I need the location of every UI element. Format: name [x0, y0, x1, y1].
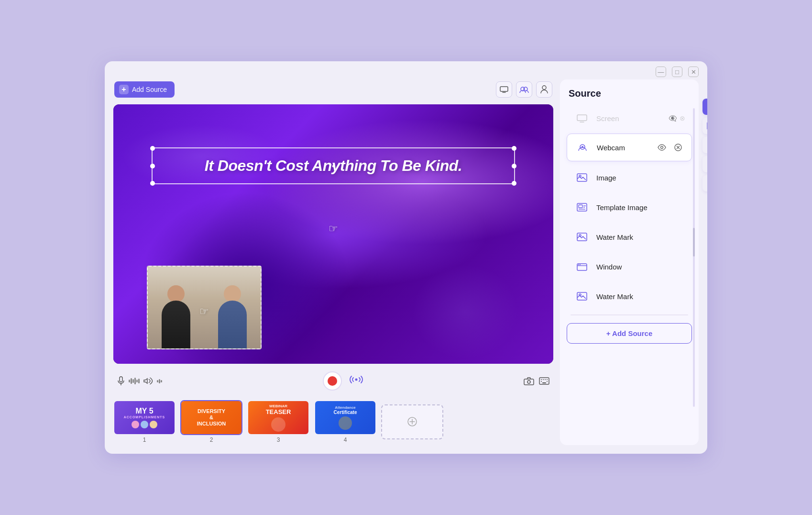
keyboard-icon[interactable] [539, 377, 549, 385]
plus-icon: + [119, 85, 129, 94]
slide-number-1: 1 [113, 437, 176, 443]
webcam-source-label: Webcam [597, 144, 649, 152]
handle-tr[interactable] [512, 146, 516, 151]
template-image-source-icon [573, 199, 591, 216]
minimize-button[interactable]: — [656, 67, 666, 77]
add-source-label: Add Source [132, 86, 167, 93]
slide-thumb-2: DIVERSITY&INCLUSION [180, 400, 242, 435]
webcam-source-icon [574, 139, 591, 156]
add-source-button[interactable]: + Add Source [114, 81, 175, 98]
webcam-source-actions [655, 141, 685, 154]
window-source-icon [573, 258, 591, 275]
scroll-thumb[interactable] [693, 228, 695, 257]
edge-tab-layers[interactable] [702, 99, 707, 115]
bottom-controls [113, 369, 553, 393]
webcam-inner [148, 267, 261, 348]
close-button[interactable]: ✕ [688, 67, 699, 77]
audio-waveform [129, 377, 140, 385]
slide-content-2: DIVERSITY&INCLUSION [181, 401, 241, 434]
screen-source-icon [573, 110, 591, 127]
svg-rect-16 [542, 382, 546, 383]
scroll-track [693, 108, 695, 407]
webcam-overlay[interactable]: ☞ [147, 266, 262, 349]
svg-rect-30 [579, 205, 582, 208]
toolbar: + Add Source [113, 79, 553, 100]
left-panel: + Add Source [113, 79, 553, 445]
source-item-webcam[interactable]: Webcam [567, 134, 692, 161]
handle-ml[interactable] [150, 164, 155, 168]
right-panel: Source Screen 👁‍🗨 ⊗ Webcam [560, 79, 699, 445]
slide-item-4[interactable]: Attendance Certificate 4 [314, 400, 376, 443]
right-controls [524, 377, 549, 385]
svg-rect-7 [524, 379, 534, 385]
text-overlay[interactable]: It Doesn't Cost Anything To Be Kind. [152, 147, 515, 184]
source-item-watermark-2[interactable]: Water Mark [567, 283, 692, 310]
edge-tab-grid[interactable] [702, 118, 707, 134]
group-view-button[interactable] [516, 81, 532, 98]
record-controls [168, 371, 518, 391]
slide-thumb-4: Attendance Certificate [314, 400, 376, 435]
speaker-icon[interactable] [143, 377, 153, 385]
slide-number-2: 2 [180, 437, 242, 443]
handle-tl[interactable] [150, 146, 155, 151]
svg-marker-5 [144, 379, 147, 383]
slide-content-1: MY 5 Accomplishments [114, 401, 175, 434]
screen-view-button[interactable] [496, 81, 512, 98]
template-image-source-label: Template Image [596, 203, 685, 212]
webcam-remove-button[interactable] [671, 141, 685, 154]
handle-bl[interactable] [150, 181, 155, 186]
record-button[interactable] [323, 371, 342, 391]
main-window: — □ ✕ + Add Source [105, 61, 707, 454]
speaker-waveform [157, 377, 162, 385]
watermark1-source-label: Water Mark [596, 233, 685, 241]
watermark1-source-icon [573, 228, 591, 246]
camera-icon[interactable] [524, 377, 534, 385]
slide-content-3: WEBINAR TEASER [248, 401, 308, 434]
handle-mr[interactable] [512, 164, 516, 168]
toolbar-icons [496, 81, 552, 98]
panel-divider [571, 314, 688, 315]
add-slide-button[interactable] [381, 404, 443, 439]
svg-point-39 [580, 264, 581, 265]
svg-point-38 [578, 264, 579, 265]
main-content: + Add Source [105, 79, 707, 454]
slide-content-4: Attendance Certificate [315, 401, 375, 434]
source-item-image[interactable]: Image [567, 164, 692, 191]
slides-strip: MY 5 Accomplishments 1 [113, 398, 553, 445]
record-dot [328, 376, 337, 386]
slide-number-3: 3 [247, 437, 309, 443]
svg-point-8 [527, 381, 530, 383]
microphone-icon[interactable] [117, 376, 125, 386]
handle-br[interactable] [512, 181, 516, 186]
slide-item-2[interactable]: DIVERSITY&INCLUSION 2 [180, 400, 242, 443]
slide-thumb-1: MY 5 Accomplishments [113, 400, 176, 435]
source-item-window[interactable]: Window [567, 253, 692, 280]
screen-source-label: Screen [596, 114, 663, 123]
edge-tab-text[interactable]: T [702, 156, 707, 172]
watermark2-source-icon [573, 288, 591, 305]
overlay-text: It Doesn't Cost Anything To Be Kind. [205, 157, 462, 175]
slide-number-4: 4 [314, 437, 376, 443]
broadcast-icon[interactable] [350, 374, 363, 388]
source-item-watermark-1[interactable]: Water Mark [567, 224, 692, 250]
slide-item-1[interactable]: MY 5 Accomplishments 1 [113, 400, 176, 443]
svg-point-23 [661, 146, 663, 149]
edge-tab-emoji[interactable]: ☺ [702, 175, 707, 191]
source-item-screen: Screen 👁‍🗨 ⊗ [567, 106, 692, 131]
slide-thumb-3: WEBINAR TEASER [247, 400, 309, 435]
person-view-button[interactable] [536, 81, 552, 98]
panel-add-source-button[interactable]: + Add Source [567, 323, 692, 344]
panel-title: Source [567, 88, 692, 99]
edge-tab-texture[interactable] [702, 137, 707, 153]
svg-rect-20 [577, 115, 587, 121]
screen-source-actions: 👁‍🗨 ⊗ [669, 114, 685, 122]
titlebar: — □ ✕ [105, 61, 707, 79]
webcam-visibility-button[interactable] [655, 141, 669, 154]
svg-rect-4 [120, 377, 122, 382]
preview-area: It Doesn't Cost Anything To Be Kind. ☞ [113, 104, 553, 364]
source-item-template-image[interactable]: Template Image [567, 194, 692, 221]
maximize-button[interactable]: □ [672, 67, 682, 77]
svg-point-6 [355, 379, 358, 381]
watermark2-source-label: Water Mark [596, 292, 685, 301]
slide-item-3[interactable]: WEBINAR TEASER 3 [247, 400, 309, 443]
